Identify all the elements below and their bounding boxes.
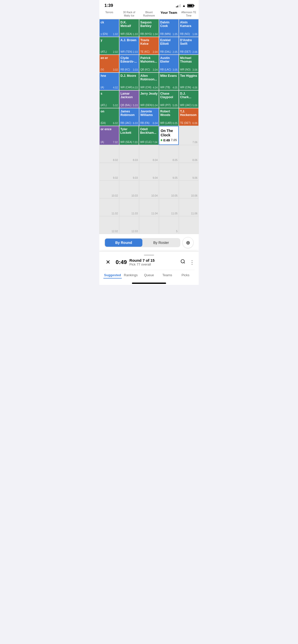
nav-tab-queue[interactable]: Queue bbox=[140, 272, 158, 279]
timer-dot bbox=[161, 139, 162, 141]
draft-row: ck y (EN) 1.02 D.K. Metcalf WR (SEA) 1.0… bbox=[99, 19, 199, 37]
team-header-matty-ice: 30 Rack of Matty Ice bbox=[119, 9, 139, 19]
draft-cell[interactable]: D.K. Metcalf WR (SEA) 1.03 bbox=[119, 19, 139, 37]
draft-cell: 10.03 bbox=[119, 181, 139, 198]
home-indicator bbox=[99, 281, 199, 285]
nav-tab-rankings[interactable]: Rankings bbox=[122, 272, 140, 279]
status-bar: 1:39 ▲ bbox=[99, 0, 199, 9]
search-icon bbox=[180, 259, 185, 264]
bottom-nav: Suggested Rankings Queue Teams Picks bbox=[103, 270, 195, 279]
draft-cell[interactable]: Austin Ekeler RB (LAC) 3.05 bbox=[159, 55, 179, 72]
draft-cell[interactable]: Saquon Barkley RB (NYG) 1.04 bbox=[139, 19, 159, 37]
draft-cell: 11.02 bbox=[99, 198, 119, 216]
draft-cell: 5 bbox=[159, 216, 179, 234]
draft-cell[interactable]: Alvin Kamara RB (NO) 1.06 bbox=[179, 19, 199, 37]
draft-cell[interactable]: A.J. Brown WR (TEN) 2.03 bbox=[119, 37, 139, 55]
draft-cell: 10.05 bbox=[159, 181, 179, 198]
draft-cell[interactable]: on (EA) 6.02 bbox=[99, 108, 119, 126]
nav-tab-teams[interactable]: Teams bbox=[158, 272, 177, 279]
svg-point-0 bbox=[181, 260, 184, 263]
by-round-button[interactable]: By Round bbox=[105, 239, 142, 247]
draft-cell: 9.05 bbox=[159, 163, 179, 181]
segment-area: By Round By Roster ⊕ bbox=[99, 234, 199, 251]
team-header-your-team: Your Team bbox=[159, 9, 179, 19]
draft-cell[interactable]: hne (A) 4.02 bbox=[99, 72, 119, 90]
draft-board: Terrors 30 Rack of Matty Ice Blount Rush… bbox=[99, 9, 199, 234]
draft-cell[interactable]: D.J. Moore WR (CAR) 4.03 bbox=[119, 72, 139, 90]
draft-cell: 12.03 bbox=[119, 216, 139, 234]
draft-cell[interactable]: Michael Thomas WR (NO) 3.06 bbox=[179, 55, 199, 72]
draft-row: 8.02 8.03 8.04 8.05 8.06 bbox=[99, 145, 199, 163]
draft-cell[interactable]: Odell Beckham... WR (CLE) 7.04 bbox=[139, 126, 159, 145]
close-button[interactable]: ✕ bbox=[103, 258, 113, 267]
draft-cell[interactable]: y (ATL) 2.02 bbox=[99, 37, 119, 55]
bottom-bar: ✕ 0:49 Round 7 of 15 Pick 77 overall ⋮ S… bbox=[99, 251, 199, 281]
draft-row: 12.02 12.03 5 bbox=[99, 216, 199, 234]
draft-cell: 11.04 bbox=[139, 198, 159, 216]
draft-cell[interactable]: ck y (EN) 1.02 bbox=[99, 19, 119, 37]
round-label: Round 7 of 15 bbox=[129, 258, 155, 262]
search-button[interactable] bbox=[180, 259, 185, 265]
bottom-bar-top: ✕ 0:49 Round 7 of 15 Pick 77 overall ⋮ bbox=[103, 258, 195, 270]
draft-cell: 9.02 bbox=[99, 163, 119, 181]
draft-cell[interactable]: Chase Claypool WR (PIT) 5.05 bbox=[159, 90, 179, 108]
draft-cell: 8.04 bbox=[139, 145, 159, 163]
nav-tab-picks[interactable]: Picks bbox=[176, 272, 195, 279]
on-clock-cell[interactable]: On The Clock 0:49 7.05 bbox=[159, 126, 179, 145]
draft-cell[interactable]: Tyler Lockett WR (SEA) 7.03 bbox=[119, 126, 139, 145]
home-bar bbox=[132, 283, 166, 284]
draft-cell[interactable]: en er (V) 3.02 bbox=[99, 55, 119, 72]
draft-cell[interactable]: Ezekiel Elliott RB (DAL) 2.05 bbox=[159, 37, 179, 55]
draft-cell[interactable]: Lamar Jackson QB (BAL) 5.03 bbox=[119, 90, 139, 108]
draft-row: hne (A) 4.02 D.J. Moore WR (CAR) 4.03 Al… bbox=[99, 72, 199, 90]
draft-cell[interactable]: Mike Evans WR (TB) 4.05 bbox=[159, 72, 179, 90]
draft-cell[interactable]: Clyde Edwards-... RB (KC) 3.03 bbox=[119, 55, 139, 72]
team-header-rushmore: Blount Rushmore bbox=[139, 9, 159, 19]
status-icons: ▲ bbox=[176, 4, 194, 8]
target-button[interactable]: ⊕ bbox=[182, 237, 194, 248]
draft-cell[interactable]: Dalvin Cook RB (MIN) 1.05 bbox=[159, 19, 179, 37]
nav-tab-suggested[interactable]: Suggested bbox=[103, 272, 122, 279]
draft-cell: 8.02 bbox=[99, 145, 119, 163]
draft-cell[interactable]: Javonte Williams RB (FA) 6.04 bbox=[139, 108, 159, 126]
draft-cell[interactable]: or ence (A) 7.02 bbox=[99, 126, 119, 145]
segment-control: By Round By Roster bbox=[104, 238, 180, 247]
draft-cell: 10.06 bbox=[179, 181, 199, 198]
draft-row: 11.02 11.03 11.04 11.05 11.06 bbox=[99, 198, 199, 216]
draft-row: en er (V) 3.02 Clyde Edwards-... RB (KC)… bbox=[99, 55, 199, 72]
draft-cell[interactable]: Allen Robinson... WR (CHI) 4.04 bbox=[139, 72, 159, 90]
draft-cell[interactable]: Patrick Mahomes... QB (KC) 3.04 bbox=[139, 55, 159, 72]
draft-row: 10.02 10.03 10.04 10.05 10.06 bbox=[99, 181, 199, 198]
draft-cell: 12.02 bbox=[99, 216, 119, 234]
bottom-timer: 0:49 bbox=[116, 259, 127, 266]
draft-cell[interactable]: Travis Kelce TE (KC) 2.04 bbox=[139, 37, 159, 55]
draft-cell: 11.06 bbox=[179, 198, 199, 216]
draft-cell[interactable]: T.J. Hockenson TE (DET) 6.06 bbox=[179, 108, 199, 126]
draft-cell: 7.06 bbox=[179, 126, 199, 145]
team-header-terrors: Terrors bbox=[99, 9, 119, 19]
signal-icon bbox=[176, 4, 181, 7]
draft-cell: 11.03 bbox=[119, 198, 139, 216]
draft-row: on (EA) 6.02 James Robinson RB (JAC) 6.0… bbox=[99, 108, 199, 126]
draft-row: or ence (A) 7.02 Tyler Lockett WR (SEA) … bbox=[99, 126, 199, 145]
draft-cell[interactable]: James Robinson RB (JAC) 6.03 bbox=[119, 108, 139, 126]
draft-cell[interactable]: Tee Higgins WR (CIN) 4.06 bbox=[179, 72, 199, 90]
team-headers: Terrors 30 Rack of Matty Ice Blount Rush… bbox=[99, 9, 199, 19]
more-button[interactable]: ⋮ bbox=[189, 259, 195, 265]
draft-cell[interactable]: Robert Woods WR (LAR) 6.05 bbox=[159, 108, 179, 126]
draft-cell[interactable]: Jerry Jeudy WR (DEN) 5.04 bbox=[139, 90, 159, 108]
pick-label: Pick 77 overall bbox=[129, 262, 155, 266]
on-clock-title: On The Clock bbox=[161, 129, 177, 137]
team-header-te-time: Afternoon TE Time bbox=[179, 9, 199, 19]
draft-cell: 10.04 bbox=[139, 181, 159, 198]
draft-cell: 11.05 bbox=[159, 198, 179, 216]
by-roster-button[interactable]: By Roster bbox=[142, 239, 180, 247]
draft-cell[interactable]: D'Andre Swift RB (DET) 2.06 bbox=[179, 37, 199, 55]
draft-cell[interactable]: D.J. Chark... WR (JAC) 5.06 bbox=[179, 90, 199, 108]
draft-row: 9.02 9.03 9.04 9.05 9.06 bbox=[99, 163, 199, 181]
on-clock-timer-text: 0:49 bbox=[163, 138, 170, 142]
target-icon: ⊕ bbox=[186, 240, 190, 246]
draft-cell: 9.04 bbox=[139, 163, 159, 181]
draft-cell: 9.06 bbox=[179, 163, 199, 181]
draft-cell[interactable]: s (ATL) 5.02 bbox=[99, 90, 119, 108]
